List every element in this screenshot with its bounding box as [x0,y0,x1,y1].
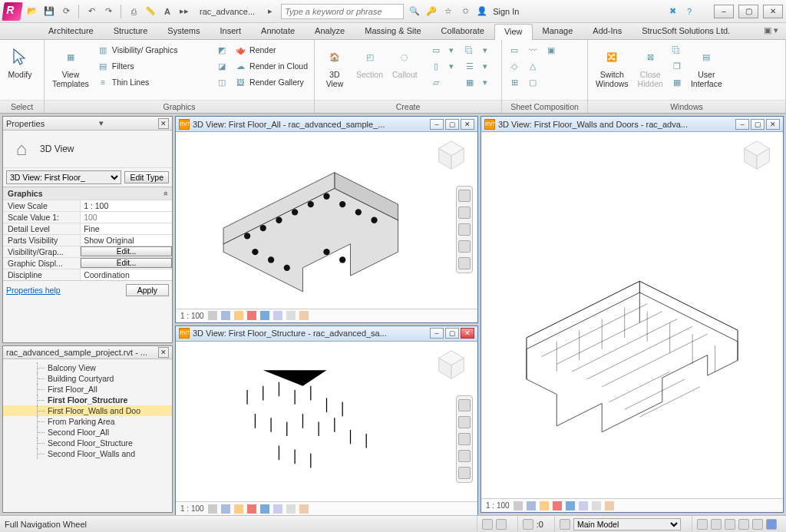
section-button[interactable]: ◰ Section [353,43,386,81]
worksets-icon[interactable] [560,519,570,530]
tab-annotate[interactable]: Annotate [251,23,305,39]
redo-icon[interactable]: ↷ [102,5,114,18]
crop-icon[interactable] [260,311,269,320]
callout-button[interactable]: ◌ Callout [389,43,421,81]
replicate-button[interactable]: ⿻ [669,43,685,57]
close-button[interactable]: ✕ [763,5,783,18]
view-scale[interactable]: 1 : 100 [180,504,204,513]
key-icon[interactable]: 🔑 [425,5,438,18]
browser-close-button[interactable]: ✕ [158,347,169,358]
shadow-icon[interactable] [247,311,256,320]
navigation-bar[interactable] [456,395,473,483]
zoom-icon[interactable] [458,223,471,236]
measure-icon[interactable]: 📏 [144,5,157,18]
cascade-button[interactable]: ❐ [669,59,685,73]
tree-item[interactable]: Second Floor_Structure [3,438,172,448]
app-menu-icon[interactable] [2,2,22,21]
edit-gd-button[interactable]: Edit... [81,258,172,268]
view-cube[interactable] [433,137,470,173]
tab-insert[interactable]: Insert [210,23,252,39]
save-icon[interactable]: 💾 [43,5,55,18]
mdi-close-button[interactable]: ✕ [461,119,474,130]
editable-only-icon[interactable] [523,519,533,530]
navigation-bar[interactable] [456,186,473,273]
workset-icon[interactable] [482,519,493,530]
schedules-button[interactable]: ▦▾ [462,75,493,89]
prop-val[interactable]: 1 : 100 [81,200,172,211]
undo-icon[interactable]: ↶ [85,5,97,18]
help-icon[interactable]: ? [683,5,695,18]
user-interface-button[interactable]: ▤ User Interface [688,43,725,90]
mdi-close-button[interactable]: ✕ [461,328,474,339]
print-icon[interactable]: ⎙ [127,5,140,18]
view-scale[interactable]: 1 : 100 [180,312,204,320]
tab-manage[interactable]: Manage [533,23,583,39]
tab-addins[interactable]: Add-Ins [583,23,632,39]
view-cube[interactable] [433,346,470,383]
help-search[interactable] [281,4,404,19]
tree-item[interactable]: From Parking Area [3,416,172,427]
properties-close-button[interactable]: ✕ [158,118,169,129]
tree-item[interactable]: Building Courtyard [3,373,172,384]
select-pinned-icon[interactable] [725,519,735,530]
overflow-icon[interactable]: ▸▸ [178,5,190,18]
render-cloud-button[interactable]: ☁Render in Cloud [233,59,309,73]
tab-strucsoft[interactable]: StrucSoft Solutions Ltd. [632,23,740,39]
plan-views-button[interactable]: ▭▾ [428,43,459,57]
render-button[interactable]: 🫖Render [233,43,309,57]
thin-lines-button[interactable]: ≡Thin Lines [95,75,180,89]
tree-item-selected[interactable]: First Floor_Walls and Doo [3,405,172,416]
view-scale[interactable]: 1 : 100 [486,501,510,510]
small-icon-3[interactable]: ◫ [214,75,230,89]
detail-icon[interactable] [208,311,217,320]
sunpath-icon[interactable] [234,311,243,320]
mdi-close-button[interactable]: ✕ [766,119,780,130]
search-icon[interactable]: 🔍 [408,5,421,18]
tree-item[interactable]: First Floor_All [3,384,172,395]
sheet-btn-3[interactable]: ⊞ [507,75,522,89]
drafting-button[interactable]: ▱ [428,75,459,89]
help-search-input[interactable] [281,4,404,19]
legends-button[interactable]: ☰▾ [462,59,493,73]
maximize-button[interactable]: ▢ [738,5,758,18]
sheet-btn-7[interactable]: ▣ [543,43,559,57]
visibility-graphics-button[interactable]: ▥Visibility/ Graphics [95,43,180,57]
select-links-icon[interactable] [697,519,708,530]
select-underlay-icon[interactable] [711,519,722,530]
tree-item[interactable]: Balcony View [3,362,172,373]
view-templates-button[interactable]: ▦ View Templates [49,43,92,90]
tab-analyze[interactable]: Analyze [305,23,355,39]
switch-windows-button[interactable]: 🔀 Switch Windows [593,43,632,90]
sheet-btn-1[interactable]: ▭ [507,43,522,57]
group-graphics[interactable]: Graphics [3,187,172,200]
open-icon[interactable]: 📂 [26,5,38,18]
wheel-icon[interactable] [458,190,471,202]
elevation-button[interactable]: ▯▾ [428,59,459,73]
view-selector[interactable]: 3D View: First Floor_ [6,170,121,184]
crop-vis-icon[interactable] [273,311,282,320]
tab-massing-site[interactable]: Massing & Site [355,23,431,39]
tab-architecture[interactable]: Architecture [38,23,104,39]
mdi-max-button[interactable]: ▢ [445,119,459,130]
text-icon[interactable]: A [161,5,173,18]
tab-structure[interactable]: Structure [104,23,158,39]
modify-button[interactable]: Modify [5,43,35,81]
minimize-button[interactable]: – [714,5,734,18]
apply-button[interactable]: Apply [126,284,169,296]
sheet-btn-5[interactable]: △ [525,59,540,73]
star-icon[interactable]: ☆ [442,5,454,18]
duplicate-button[interactable]: ⿻▾ [462,43,493,57]
tile-button[interactable]: ▦ [669,75,685,89]
drag-icon[interactable] [752,519,763,530]
mdi-max-button[interactable]: ▢ [445,328,459,339]
sheet-btn-6[interactable]: ▢ [525,75,540,89]
sheet-btn-2[interactable]: ◇ [507,59,522,73]
tree-item[interactable]: First Floor_Structure [3,395,172,405]
filter-icon[interactable] [766,519,777,530]
mdi-min-button[interactable]: – [735,119,749,130]
sheet-btn-4[interactable]: 〰 [525,43,540,57]
active-workset-select[interactable]: Main Model [573,518,681,530]
properties-filter-icon[interactable]: ▾ [95,117,107,130]
close-hidden-button[interactable]: ⊠ Close Hidden [635,43,666,90]
3d-view-button[interactable]: 🏠 3D View [319,43,350,90]
